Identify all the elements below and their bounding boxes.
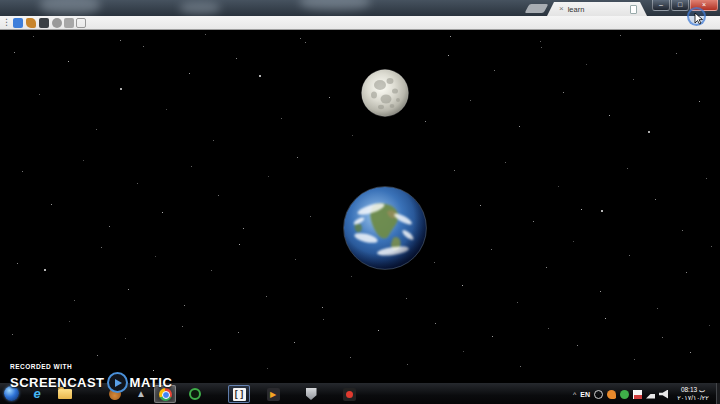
star [350,357,351,358]
star [17,263,18,264]
star [633,79,634,80]
star [74,300,75,301]
taskbar-item-brackets[interactable]: [ ] [228,385,250,403]
extension-icon[interactable] [26,18,36,28]
taskbar-item-shield-app[interactable] [300,385,322,403]
clock-time: 08:13 ب [672,386,714,394]
star [548,328,549,329]
star [268,176,269,177]
star [700,39,701,40]
shield-icon [306,388,317,400]
extension-icon[interactable] [13,18,23,28]
star [33,36,34,37]
maximize-button[interactable]: □ [671,0,689,11]
watermark-brand-right: MATIC [130,375,173,390]
show-desktop-button[interactable] [716,383,720,404]
extension-icon[interactable] [76,18,86,28]
star [205,34,206,35]
record-icon [343,388,356,401]
star [239,244,240,245]
earth-image [343,186,427,270]
action-center-flag-icon[interactable] [633,390,642,399]
star [605,318,606,319]
star [182,326,183,327]
taskbar-item-green-app[interactable] [184,385,206,403]
star [470,100,471,101]
star [463,351,464,352]
star [300,38,301,39]
star [480,205,481,206]
star [699,101,700,102]
browser-toolbar: ⋮ ☆ file:///E:/Web%20design/projects/tes… [0,16,720,30]
star [44,269,46,271]
language-indicator[interactable]: EN [580,391,590,398]
star [629,255,630,256]
star [236,58,237,59]
tray-green-app-icon[interactable] [620,390,629,399]
star [14,52,15,53]
star [329,97,330,98]
new-tab-button[interactable] [525,4,549,13]
star [378,330,379,331]
star [601,210,603,212]
tab-close-icon[interactable]: × [559,5,564,13]
star [297,157,298,158]
browser-tab[interactable]: × learn [547,2,647,16]
page-content [0,30,720,382]
star [267,368,268,369]
star [218,195,219,196]
star [577,345,578,346]
hidden-icons-chevron-icon[interactable]: ^ [573,391,576,398]
aero-glass-highlight [180,2,220,14]
taskbar-item-recorder[interactable] [338,385,360,403]
star [517,302,518,303]
star [266,296,267,297]
star [519,126,520,127]
browser-menu-icon[interactable]: ⋮ [2,17,11,27]
screen: × learn – □ × ⋮ ☆ file:///E:/Web%20desig… [0,0,720,404]
star [435,323,436,324]
star [166,109,167,110]
star [39,94,40,95]
taskbar-item-media-player[interactable]: ▶ [262,385,284,403]
star [238,332,239,333]
star [83,160,84,161]
star [520,366,521,367]
network-icon[interactable] [646,390,655,399]
extension-icon[interactable] [64,18,74,28]
star [96,129,97,130]
tray-orange-app-icon[interactable] [607,390,616,399]
star [213,140,214,141]
window-controls: – □ × [651,0,718,11]
star [462,285,463,286]
star [128,289,129,290]
mouse-cursor-icon [694,12,704,25]
star [155,256,156,257]
volume-icon[interactable] [659,390,668,399]
star [294,342,295,343]
star [51,204,52,205]
extension-icon[interactable] [39,18,49,28]
extension-icon[interactable] [52,18,62,28]
star [505,162,506,163]
taskbar-clock[interactable]: 08:13 ب ۲۰۱۷/۱۰/۲۲ [672,386,714,402]
star [540,41,541,42]
star [620,35,621,36]
star [351,276,352,277]
star [259,75,261,77]
star [143,46,144,47]
minimize-button[interactable]: – [652,0,670,11]
green-ring-icon [189,388,201,400]
star [494,70,495,71]
tray-recorder-icon[interactable] [594,390,603,399]
watermark-recorded-with: RECORDED WITH [10,363,172,370]
watermark-brand-left: SCREENCAST [10,375,105,390]
star [690,352,691,353]
star [407,364,408,365]
star [12,334,13,335]
star [352,135,353,136]
star [305,42,306,43]
system-tray: ^ EN 08:13 ب ۲۰۱۷/۱۰/۲۲ [573,383,714,404]
star [210,349,211,350]
star [184,305,185,306]
